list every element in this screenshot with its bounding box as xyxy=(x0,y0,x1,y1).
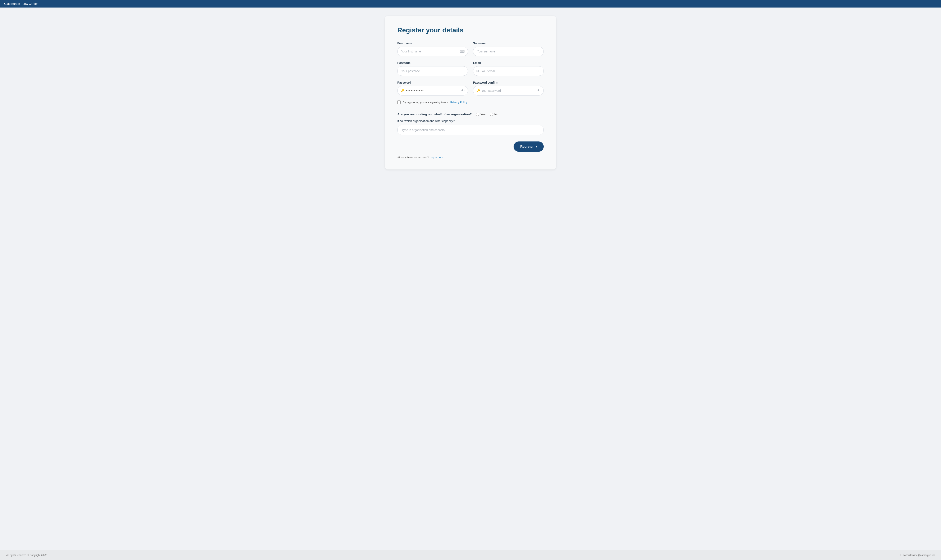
password-confirm-group: Password confirm 🔑 👁 xyxy=(473,81,544,95)
key-icon: 🔑 xyxy=(401,89,404,92)
password-group: Password 🔑 👁 xyxy=(397,81,468,95)
radio-no-label: No xyxy=(494,112,498,116)
name-row: First name ⌨ Surname xyxy=(397,42,544,56)
radio-yes-input[interactable] xyxy=(476,112,479,116)
password-input[interactable] xyxy=(397,86,468,95)
checkbox-text: By registering you are agreeing to our xyxy=(403,101,448,104)
privacy-link[interactable]: Privacy Policy xyxy=(450,101,467,104)
postcode-label: Postcode xyxy=(397,61,468,65)
main-content: Register your details First name ⌨ Surna… xyxy=(0,8,941,551)
email-wrapper: ✉ xyxy=(473,66,544,76)
register-button-label: Register xyxy=(520,145,534,149)
surname-wrapper xyxy=(473,46,544,56)
password-confirm-input[interactable] xyxy=(473,86,544,95)
login-row: Already have an account? Log in here. xyxy=(397,156,544,159)
form-title: Register your details xyxy=(397,26,544,34)
password-wrapper: 🔑 👁 xyxy=(397,86,468,95)
postcode-email-row: Postcode Email ✉ xyxy=(397,61,544,76)
envelope-icon: ✉ xyxy=(477,69,479,73)
login-text: Already have an account? xyxy=(397,156,429,159)
surname-group: Surname xyxy=(473,42,544,56)
chevron-right-icon: › xyxy=(536,145,537,149)
footer: All rights reserved © Copyright 2022 E. … xyxy=(0,551,941,560)
footer-copyright: All rights reserved © Copyright 2022 xyxy=(6,554,46,557)
organisation-question-row: Are you responding on behalf of an organ… xyxy=(397,112,544,116)
radio-yes-label: Yes xyxy=(481,112,486,116)
radio-no-option[interactable]: No xyxy=(490,112,498,116)
first-name-input[interactable] xyxy=(397,46,468,56)
organisation-section: Are you responding on behalf of an organ… xyxy=(397,112,544,135)
email-input[interactable] xyxy=(473,66,544,76)
first-name-wrapper: ⌨ xyxy=(397,46,468,56)
first-name-group: First name ⌨ xyxy=(397,42,468,56)
form-card: Register your details First name ⌨ Surna… xyxy=(385,16,556,169)
email-group: Email ✉ xyxy=(473,61,544,76)
postcode-wrapper xyxy=(397,66,468,76)
password-row: Password 🔑 👁 Password confirm 🔑 👁 xyxy=(397,81,544,95)
organisation-input[interactable] xyxy=(397,125,544,135)
password-confirm-wrapper: 🔑 👁 xyxy=(473,86,544,95)
surname-input[interactable] xyxy=(473,46,544,56)
login-link[interactable]: Log in here. xyxy=(429,156,444,159)
key-confirm-icon: 🔑 xyxy=(477,89,480,92)
eye-hidden-icon[interactable]: 👁 xyxy=(461,89,464,92)
privacy-checkbox[interactable] xyxy=(397,100,401,104)
email-label: Email xyxy=(473,61,544,65)
radio-group: Yes No xyxy=(476,112,498,116)
footer-email: E. consultonline@camargue.uk xyxy=(900,554,935,557)
organisation-question-text: Are you responding on behalf of an organ… xyxy=(397,112,472,116)
radio-yes-option[interactable]: Yes xyxy=(476,112,486,116)
eye-confirm-hidden-icon[interactable]: 👁 xyxy=(537,89,540,92)
register-btn-row: Register › xyxy=(397,142,544,152)
organisation-label: If so, which organisation and what capac… xyxy=(397,119,544,123)
section-divider xyxy=(397,108,544,108)
password-confirm-label: Password confirm xyxy=(473,81,544,84)
register-button[interactable]: Register › xyxy=(514,142,544,152)
password-label: Password xyxy=(397,81,468,84)
top-nav: Gate Burton - Low Carbon xyxy=(0,0,941,8)
privacy-checkbox-row: By registering you are agreeing to our P… xyxy=(397,100,544,104)
first-name-label: First name xyxy=(397,42,468,45)
nav-title: Gate Burton - Low Carbon xyxy=(4,2,38,5)
surname-label: Surname xyxy=(473,42,544,45)
postcode-input[interactable] xyxy=(397,66,468,76)
postcode-group: Postcode xyxy=(397,61,468,76)
radio-no-input[interactable] xyxy=(490,112,493,116)
